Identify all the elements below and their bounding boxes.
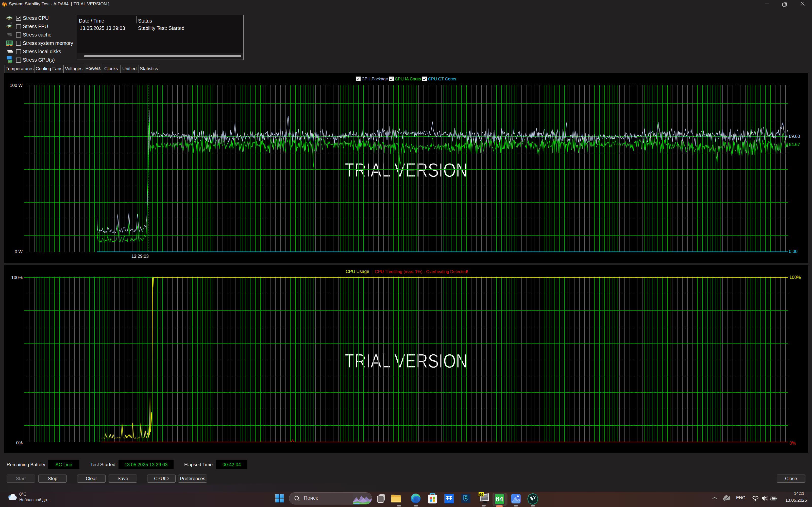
svg-text:100%: 100% (790, 275, 801, 280)
svg-text:64.67: 64.67 (789, 142, 800, 147)
svg-text:CPU Throttling (max: 1%) - Ove: CPU Throttling (max: 1%) - Overheating D… (375, 269, 468, 274)
svg-text:100 W: 100 W (10, 83, 22, 88)
svg-text:69.60: 69.60 (789, 134, 800, 139)
svg-text:CPU IA Cores: CPU IA Cores (395, 76, 421, 81)
svg-text:|: | (371, 269, 373, 274)
svg-text:0 W: 0 W (15, 249, 23, 254)
svg-text:0%: 0% (16, 440, 22, 445)
svg-text:CPU GT Cores: CPU GT Cores (428, 76, 456, 81)
svg-text:0.00: 0.00 (789, 249, 798, 254)
svg-text:0%: 0% (790, 441, 796, 446)
svg-text:13:29:03: 13:29:03 (132, 254, 149, 259)
svg-text:100%: 100% (11, 275, 22, 280)
svg-text:CPU Usage: CPU Usage (346, 269, 369, 274)
svg-text:64: 64 (496, 495, 503, 503)
svg-text:99: 99 (479, 492, 484, 497)
svg-text:CPU Package: CPU Package (362, 76, 388, 81)
